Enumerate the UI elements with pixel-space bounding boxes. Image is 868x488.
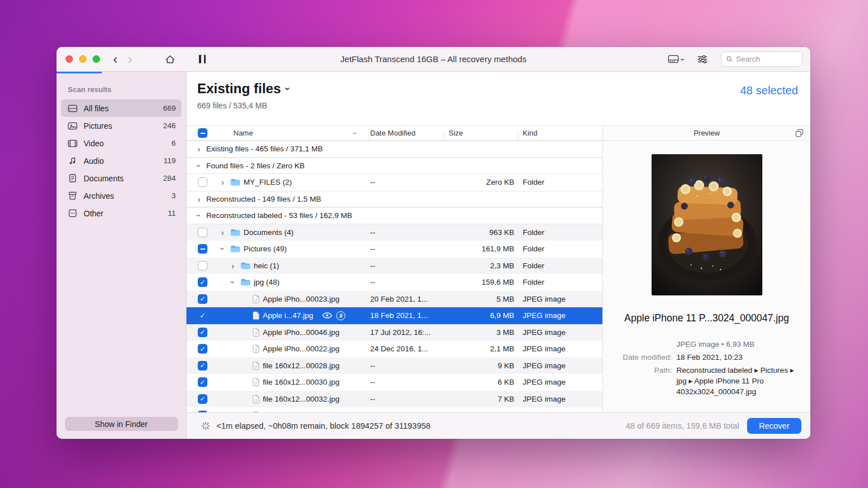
filter-sliders-icon [697, 55, 708, 64]
row-kind: JPEG image [518, 361, 602, 370]
file-table-body: Existing files - 465 files / 371,1 MB Fo… [186, 141, 602, 412]
select-all-checkbox[interactable] [198, 128, 207, 138]
row-checkbox[interactable] [198, 328, 207, 337]
folder-row[interactable]: Pictures (49) -- 161,9 MB Folder [186, 241, 602, 258]
sidebar-item-count: 3 [171, 191, 176, 200]
row-checkbox[interactable] [198, 244, 207, 254]
sidebar-item-count: 284 [163, 174, 176, 182]
disclosure-chevron[interactable] [218, 245, 227, 253]
column-header-kind[interactable]: Kind [518, 129, 602, 137]
preview-image [652, 154, 762, 295]
disclosure-chevron[interactable] [194, 145, 203, 153]
column-header-name[interactable]: Name [214, 129, 369, 137]
row-checkbox[interactable] [198, 344, 207, 354]
disclosure-chevron[interactable] [194, 195, 203, 203]
row-checkbox[interactable] [198, 177, 207, 187]
group-row[interactable]: Existing files - 465 files / 371,1 MB [186, 141, 602, 158]
sidebar-item-archives[interactable]: Archives 3 [61, 187, 181, 204]
row-name: Apple iPho...00046.jpg [263, 328, 340, 337]
view-options-icon [668, 55, 679, 63]
file-row[interactable]: Apple iPho...00023.jpg 20 Feb 2021, 1...… [186, 291, 602, 308]
navigation-buttons: ‹ › [113, 53, 132, 66]
filter-button[interactable] [697, 55, 708, 64]
other-icon [67, 209, 78, 217]
row-name: Apple iPho...00022.jpg [263, 345, 340, 353]
sidebar-item-other[interactable]: Other 11 [61, 204, 181, 222]
sidebar-item-count: 119 [163, 156, 176, 165]
view-options-button[interactable] [668, 54, 684, 64]
row-name: file 160x12...00028.jpg [263, 361, 340, 370]
row-size: 2,1 MB [444, 345, 518, 353]
sidebar-item-audio[interactable]: Audio 119 [61, 152, 181, 169]
row-checkbox[interactable] [198, 411, 207, 412]
group-row[interactable]: Reconstructed - 149 files / 1,5 MB [186, 191, 602, 208]
disclosure-chevron[interactable] [194, 162, 203, 170]
row-checkbox[interactable] [198, 361, 207, 371]
sidebar-item-all-files[interactable]: All files 669 [61, 99, 181, 117]
file-row[interactable]: Apple i...47.jpg 18 Feb 2021, 1... 6,9 M… [186, 307, 602, 324]
row-date: 20 Feb 2021, 1... [369, 295, 444, 303]
column-header-date[interactable]: Date Modified [369, 129, 444, 137]
sidebar-item-label: Archives [84, 191, 114, 201]
disclosure-chevron[interactable] [228, 262, 237, 270]
folder-row[interactable]: MY_FILES (2) -- Zero KB Folder [186, 174, 602, 191]
row-checkbox[interactable] [198, 277, 207, 287]
row-checkbox[interactable] [198, 311, 207, 320]
sidebar-list: All files 669 Pictures 246 Video 6 Audio… [57, 96, 186, 225]
preview-filename: Apple iPhone 11 P...3024_000047.jpg [603, 312, 810, 324]
row-checkbox[interactable] [198, 377, 207, 387]
file-row[interactable]: Apple iPho...00046.jpg 17 Jul 2012, 16:.… [186, 324, 602, 341]
row-kind: JPEG image [518, 395, 602, 403]
row-kind: JPEG image [518, 378, 602, 386]
row-name: Documents (4) [244, 228, 294, 237]
search-field[interactable] [721, 51, 802, 67]
file-row[interactable]: Apple iPho...00022.jpg 24 Dec 2016, 1...… [186, 341, 602, 358]
folder-icon [230, 245, 241, 253]
row-kind: Folder [518, 228, 602, 237]
folder-row[interactable]: jpg (48) -- 159,6 MB Folder [186, 274, 602, 291]
group-row[interactable]: Found files - 2 files / Zero KB [186, 158, 602, 175]
minimize-button[interactable] [79, 55, 86, 63]
disclosure-chevron[interactable] [228, 278, 237, 286]
row-checkbox[interactable] [198, 394, 207, 404]
copy-icon[interactable] [795, 129, 804, 137]
row-kind: JPEG image [518, 345, 602, 353]
file-icon [253, 378, 260, 386]
file-row[interactable]: file 160x12...00030.jpg -- 6 KB JPEG ima… [186, 374, 602, 391]
column-header-size[interactable]: Size [444, 129, 518, 137]
folder-row[interactable]: heic (1) -- 2,3 MB Folder [186, 258, 602, 274]
sidebar-item-video[interactable]: Video 6 [61, 134, 181, 152]
audio-icon [67, 156, 78, 165]
scope-dropdown-button[interactable] [286, 83, 289, 94]
close-button[interactable] [66, 55, 73, 63]
row-checkbox[interactable] [198, 261, 207, 271]
file-row[interactable]: file 160x12...00039.jpg -- 10 KB JPEG im… [186, 407, 602, 412]
sidebar-item-documents[interactable]: Documents 284 [61, 169, 181, 187]
table-header: Name Date Modified Size Kind [186, 126, 602, 141]
preview-eye-icon[interactable] [322, 312, 332, 319]
folder-row[interactable]: Documents (4) -- 963 KB Folder [186, 224, 602, 241]
home-button[interactable] [165, 55, 175, 64]
pause-scan-button[interactable] [199, 55, 206, 63]
search-input[interactable] [736, 55, 797, 63]
disclosure-chevron[interactable] [194, 211, 203, 220]
row-checkbox[interactable] [198, 294, 207, 304]
file-row[interactable]: file 160x12...00032.jpg -- 7 KB JPEG ima… [186, 391, 602, 408]
titlebar[interactable]: ‹ › JetFlash Transcend 16GB – All recove… [57, 47, 810, 72]
sidebar-item-label: Documents [84, 174, 124, 183]
forward-button[interactable]: › [128, 53, 132, 66]
zoom-button[interactable] [93, 55, 100, 63]
row-date: -- [369, 278, 444, 286]
recover-button[interactable]: Recover [747, 418, 801, 434]
disclosure-chevron[interactable] [218, 178, 227, 186]
row-name: Existing files - 465 files / 371,1 MB [206, 145, 323, 153]
row-checkbox[interactable] [198, 228, 207, 237]
back-button[interactable]: ‹ [113, 53, 118, 66]
sidebar-header: Scan results [68, 85, 186, 94]
sidebar-item-pictures[interactable]: Pictures 246 [61, 117, 181, 134]
group-row[interactable]: Reconstructed labeled - 53 files / 162,9… [186, 207, 602, 224]
scan-progress-text: <1m elapsed, ~0h08m remain, block 189425… [216, 421, 431, 430]
disclosure-chevron[interactable] [218, 228, 227, 237]
show-in-finder-button[interactable]: Show in Finder [65, 417, 178, 431]
file-row[interactable]: file 160x12...00028.jpg -- 9 KB JPEG ima… [186, 358, 602, 374]
